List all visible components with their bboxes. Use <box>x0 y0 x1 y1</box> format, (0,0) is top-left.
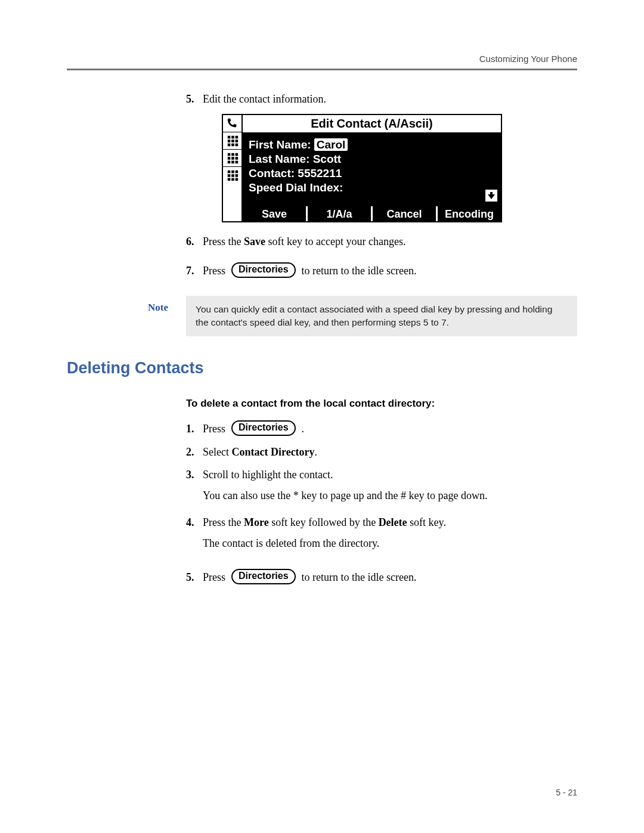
text-frag: Select <box>203 446 231 458</box>
svg-rect-5 <box>235 140 238 143</box>
delete-bold: Delete <box>379 516 407 528</box>
keypad-icon <box>223 132 242 150</box>
svg-rect-6 <box>227 143 230 146</box>
svg-rect-19 <box>231 171 234 174</box>
phone-screen-figure: Edit Contact (A/Ascii) First Name: Carol… <box>222 114 502 222</box>
step-number: 5. <box>186 569 203 586</box>
step-5: 5. Edit the contact information. <box>186 91 577 108</box>
step-number: 2. <box>186 444 203 461</box>
svg-rect-13 <box>231 157 234 160</box>
first-name-line: First Name: Carol <box>249 138 495 151</box>
step-number: 6. <box>186 233 203 250</box>
step-text: Press the Save soft key to accept your c… <box>203 233 577 250</box>
text-frag: soft key to accept your changes. <box>265 236 405 247</box>
text-frag: Press <box>203 262 225 280</box>
content-column: 5. Edit the contact information. <box>186 91 577 279</box>
softkey-save: Save <box>243 206 308 221</box>
step-7: 7. Press Directories to return to the id… <box>186 262 577 280</box>
step-text: Edit the contact information. <box>203 91 577 108</box>
svg-rect-25 <box>231 178 234 181</box>
svg-rect-20 <box>235 171 238 174</box>
softkey-encoding: Encoding <box>438 206 501 221</box>
phone-sidebar <box>223 115 243 221</box>
softkey-cancel: Cancel <box>373 206 438 221</box>
text-frag: Press <box>203 569 225 586</box>
svg-rect-9 <box>227 153 230 156</box>
svg-rect-8 <box>235 143 238 146</box>
svg-rect-4 <box>231 140 234 143</box>
step-text: Press Directories to return to the idle … <box>203 569 577 586</box>
step-text: Press Directories . <box>203 420 577 438</box>
step-b3: 3. Scroll to highlight the contact. You … <box>186 466 577 508</box>
page-container: Customizing Your Phone 5. Edit the conta… <box>0 0 644 833</box>
step-list-b: 1. Press Directories . 2. Select Contact… <box>186 420 577 586</box>
text-frag: Press the <box>203 516 244 528</box>
page-number: 5 - 21 <box>556 788 577 797</box>
text-frag: to return to the idle screen. <box>302 262 417 280</box>
svg-rect-1 <box>231 136 234 139</box>
svg-rect-11 <box>235 153 238 156</box>
note-box: You can quickly edit a contact associate… <box>186 296 577 336</box>
text-frag: soft key followed by the <box>269 516 379 528</box>
save-bold: Save <box>244 236 265 247</box>
more-bold: More <box>244 516 269 528</box>
svg-rect-3 <box>227 140 230 143</box>
text-frag: . <box>315 446 318 458</box>
content-column-b: To delete a contact from the local conta… <box>186 398 577 586</box>
svg-rect-0 <box>227 136 230 139</box>
svg-rect-18 <box>227 171 230 174</box>
directories-key: Directories <box>231 262 296 278</box>
svg-rect-12 <box>227 157 230 160</box>
step-list-a: 5. Edit the contact information. <box>186 91 577 108</box>
subheading: To delete a contact from the local conta… <box>186 398 577 410</box>
svg-rect-10 <box>231 153 234 156</box>
svg-rect-24 <box>227 178 230 181</box>
step-number: 3. <box>186 466 203 484</box>
step-b1: 1. Press Directories . <box>186 420 577 438</box>
handset-icon <box>223 115 242 132</box>
step-number: 7. <box>186 262 203 280</box>
header-rule <box>67 69 577 70</box>
step-b4: 4. Press the More soft key followed by t… <box>186 514 577 556</box>
text-line: Scroll to highlight the contact. <box>203 466 577 484</box>
note-label: Note <box>67 296 186 314</box>
text-frag: soft key. <box>407 516 446 528</box>
phone-body: First Name: Carol Last Name: Scott Conta… <box>243 134 501 205</box>
step-b2: 2. Select Contact Directory. <box>186 444 577 461</box>
running-header: Customizing Your Phone <box>67 54 577 64</box>
directories-key: Directories <box>231 420 296 436</box>
text-line: You can also use the * key to page up an… <box>203 487 577 504</box>
step-number: 5. <box>186 91 203 108</box>
text-frag: to return to the idle screen. <box>302 569 417 586</box>
step-text: Press the More soft key followed by the … <box>203 514 577 556</box>
svg-rect-23 <box>235 174 238 177</box>
text-line: The contact is deleted from the director… <box>203 535 577 552</box>
phone-title: Edit Contact (A/Ascii) <box>243 115 501 134</box>
phone-main: Edit Contact (A/Ascii) First Name: Carol… <box>243 115 501 221</box>
section-heading-deleting-contacts: Deleting Contacts <box>67 359 577 377</box>
note-row: Note You can quickly edit a contact asso… <box>67 296 577 336</box>
keypad-icon <box>223 167 242 184</box>
svg-rect-2 <box>235 136 238 139</box>
keypad-icon <box>223 150 242 167</box>
svg-rect-22 <box>231 174 234 177</box>
first-name-label: First Name: <box>249 138 311 151</box>
directories-key: Directories <box>231 569 296 584</box>
svg-rect-15 <box>227 160 230 163</box>
step-text: Select Contact Directory. <box>203 444 577 461</box>
softkey-row: Save 1/A/a Cancel Encoding <box>243 205 501 221</box>
scroll-down-icon <box>484 188 499 203</box>
step-number: 4. <box>186 514 203 531</box>
step-6: 6. Press the Save soft key to accept you… <box>186 233 577 250</box>
step-text: Press Directories to return to the idle … <box>203 262 577 280</box>
svg-rect-26 <box>235 178 238 181</box>
svg-rect-7 <box>231 143 234 146</box>
step-list-a-cont: 6. Press the Save soft key to accept you… <box>186 233 577 280</box>
softkey-mode: 1/A/a <box>308 206 373 221</box>
text-frag: . <box>302 420 305 438</box>
svg-rect-14 <box>235 157 238 160</box>
svg-rect-16 <box>231 160 234 163</box>
last-name-line: Last Name: Scott <box>249 153 495 166</box>
text-frag: Press the <box>203 236 244 247</box>
text-line: Press the More soft key followed by the … <box>203 514 577 531</box>
